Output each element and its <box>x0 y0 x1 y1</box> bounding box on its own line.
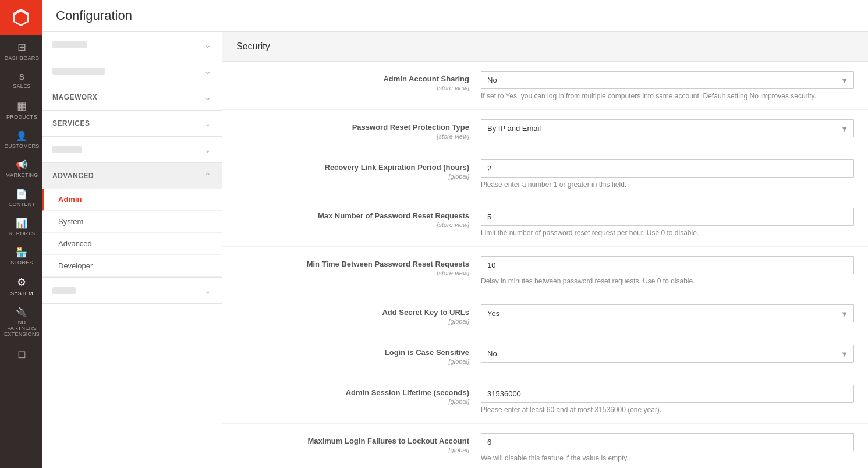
input-col-admin-account-sharing: No Yes ▼ If set to Yes, you can log in f… <box>481 71 854 100</box>
nav-item-content[interactable]: 📄 CONTENT <box>0 183 42 212</box>
label-login-case-sensitive: Login is Case Sensitive <box>236 348 469 357</box>
config-sidebar: ⌄ ⌄ MAGEWORX ⌄ SERVICES ⌄ <box>42 32 222 468</box>
customers-icon: 👤 <box>16 130 27 141</box>
input-max-login-failures[interactable] <box>481 433 854 451</box>
form-row-admin-account-sharing: Admin Account Sharing [store view] No Ye… <box>222 62 868 110</box>
select-wrapper-admin-account-sharing: No Yes ▼ <box>481 71 854 89</box>
input-col-secret-key: Yes No ▼ <box>481 304 854 322</box>
nav-item-extra[interactable]: ◻ <box>0 342 42 367</box>
placeholder-text-3 <box>52 146 82 153</box>
label-col-min-time-resets: Min Time Between Password Reset Requests… <box>236 256 481 277</box>
content-icon: 📄 <box>16 189 27 200</box>
main-area: Configuration ⌄ ⌄ MAGEWORX ⌄ <box>42 0 868 468</box>
select-login-case-sensitive[interactable]: No Yes <box>481 345 854 363</box>
reports-icon: 📊 <box>16 218 27 229</box>
label-max-password-resets: Max Number of Password Reset Requests <box>236 211 469 220</box>
nav-item-customers[interactable]: 👤 CUSTOMERS <box>0 125 42 154</box>
input-col-admin-session-lifetime: Please enter at least 60 and at most 315… <box>481 385 854 414</box>
form-row-secret-key: Add Secret Key to URLs [global] Yes No ▼ <box>222 295 868 335</box>
label-max-login-failures: Maximum Login Failures to Lockout Accoun… <box>236 437 469 445</box>
nav-item-reports[interactable]: 📊 REPORTS <box>0 212 42 241</box>
sidebar-item-developer[interactable]: Developer <box>42 255 222 277</box>
label-min-time-resets: Min Time Between Password Reset Requests <box>236 260 469 268</box>
input-col-min-time-resets: Delay in minutes between password reset … <box>481 256 854 285</box>
input-col-login-case-sensitive: No Yes ▼ <box>481 345 854 363</box>
sidebar-section-services-header[interactable]: SERVICES ⌄ <box>42 111 222 136</box>
sidebar-item-admin[interactable]: Admin <box>42 189 222 211</box>
chevron-down-icon-1: ⌄ <box>204 40 211 49</box>
security-title: Security <box>236 41 854 52</box>
form-row-password-reset-protection: Password Reset Protection Type [store vi… <box>222 110 868 150</box>
chevron-up-icon-advanced: ⌃ <box>204 171 211 180</box>
hint-recovery-link: Please enter a number 1 or greater in th… <box>481 180 854 189</box>
sidebar-section-placeholder-2[interactable]: ⌄ <box>42 58 222 84</box>
extra-icon: ◻ <box>17 348 26 360</box>
nav-item-stores[interactable]: 🏪 STORES <box>0 241 42 270</box>
scope-admin-session-lifetime: [global] <box>449 398 469 405</box>
hint-min-time-resets: Delay in minutes between password reset … <box>481 277 854 285</box>
scope-max-login-failures: [global] <box>449 446 469 453</box>
services-section-title: SERVICES <box>52 119 90 127</box>
scope-secret-key: [global] <box>449 318 469 325</box>
sidebar-section-mageworx-header[interactable]: MAGEWORX ⌄ <box>42 84 222 110</box>
products-icon: ▦ <box>17 100 27 112</box>
nav-item-system[interactable]: ⚙ SYSTEM <box>0 270 42 301</box>
sidebar-section-mageworx: MAGEWORX ⌄ <box>42 84 222 111</box>
input-admin-session-lifetime[interactable] <box>481 385 854 403</box>
stores-icon: 🏪 <box>16 247 27 258</box>
nav-item-products[interactable]: ▦ PRODUCTS <box>0 94 42 125</box>
hint-max-login-failures: We will disable this feature if the valu… <box>481 454 854 462</box>
hint-max-password-resets: Limit the number of password reset reque… <box>481 229 854 237</box>
sidebar-section-placeholder-3[interactable]: ⌄ <box>42 137 222 163</box>
placeholder-text-4 <box>52 287 76 294</box>
sidebar-item-advanced[interactable]: Advanced <box>42 233 222 255</box>
page-header: Configuration <box>42 0 868 32</box>
input-min-time-resets[interactable] <box>481 256 854 274</box>
select-wrapper-login-case-sensitive: No Yes ▼ <box>481 345 854 363</box>
sidebar-section-advanced: ADVANCED ⌃ Admin System Advanced Develop… <box>42 163 222 278</box>
left-navigation: ⊞ DASHBOARD $ SALES ▦ PRODUCTS 👤 CUSTOME… <box>0 0 42 468</box>
chevron-down-icon-4: ⌄ <box>204 286 211 295</box>
input-col-password-reset-protection: By IP and Email By IP By Email None ▼ <box>481 119 854 137</box>
security-section-header: Security <box>222 32 868 62</box>
nav-item-marketing[interactable]: 📢 MARKETING <box>0 154 42 183</box>
scope-admin-account-sharing: [store view] <box>437 84 469 91</box>
select-secret-key[interactable]: Yes No <box>481 304 854 322</box>
input-recovery-link[interactable] <box>481 159 854 178</box>
nav-item-sales[interactable]: $ SALES <box>0 66 42 94</box>
sidebar-section-services: SERVICES ⌄ <box>42 111 222 137</box>
app-logo[interactable] <box>0 0 42 35</box>
scope-recovery-link: [global] <box>449 173 469 180</box>
label-col-max-login-failures: Maximum Login Failures to Lockout Accoun… <box>236 433 481 454</box>
label-recovery-link: Recovery Link Expiration Period (hours) <box>236 163 469 172</box>
hint-admin-account-sharing: If set to Yes, you can log in from multi… <box>481 92 854 100</box>
marketing-icon: 📢 <box>16 159 27 171</box>
chevron-down-icon-services: ⌄ <box>204 119 211 128</box>
sidebar-section-placeholder-1[interactable]: ⌄ <box>42 32 222 58</box>
form-row-recovery-link: Recovery Link Expiration Period (hours) … <box>222 150 868 198</box>
input-max-password-resets[interactable] <box>481 208 854 226</box>
label-col-max-password-resets: Max Number of Password Reset Requests [s… <box>236 208 481 229</box>
label-col-password-reset-protection: Password Reset Protection Type [store vi… <box>236 119 481 140</box>
select-wrapper-password-reset-protection: By IP and Email By IP By Email None ▼ <box>481 119 854 137</box>
form-row-admin-session-lifetime: Admin Session Lifetime (seconds) [global… <box>222 375 868 424</box>
input-col-max-login-failures: We will disable this feature if the valu… <box>481 433 854 462</box>
chevron-down-icon-2: ⌄ <box>204 66 211 76</box>
chevron-down-icon-3: ⌄ <box>204 145 211 154</box>
system-icon: ⚙ <box>17 276 26 289</box>
nav-item-dashboard[interactable]: ⊞ DASHBOARD <box>0 35 42 66</box>
placeholder-text-2 <box>52 68 105 75</box>
label-col-admin-account-sharing: Admin Account Sharing [store view] <box>236 71 481 92</box>
sidebar-section-placeholder-4[interactable]: ⌄ <box>42 278 222 304</box>
nav-item-extensions[interactable]: 🔌 ND PARTNERS EXTENSIONS <box>0 301 42 342</box>
advanced-subsections: Admin System Advanced Developer <box>42 189 222 277</box>
sidebar-section-advanced-header[interactable]: ADVANCED ⌃ <box>42 163 222 189</box>
sidebar-item-system[interactable]: System <box>42 211 222 233</box>
select-password-reset-protection[interactable]: By IP and Email By IP By Email None <box>481 119 854 137</box>
select-admin-account-sharing[interactable]: No Yes <box>481 71 854 89</box>
input-col-max-password-resets: Limit the number of password reset reque… <box>481 208 854 237</box>
form-row-login-case-sensitive: Login is Case Sensitive [global] No Yes … <box>222 335 868 375</box>
chevron-down-icon-mageworx: ⌄ <box>204 93 211 102</box>
scope-max-password-resets: [store view] <box>437 221 469 228</box>
dashboard-icon: ⊞ <box>17 41 26 54</box>
